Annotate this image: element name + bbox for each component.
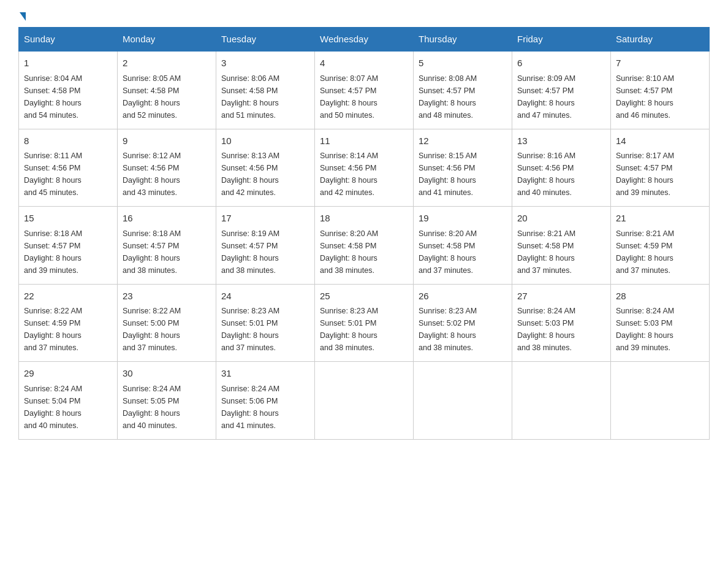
page-header	[18, 12, 710, 21]
day-number: 10	[221, 134, 309, 148]
day-info: Sunrise: 8:18 AMSunset: 4:57 PMDaylight:…	[24, 228, 112, 277]
weekday-header-row: SundayMondayTuesdayWednesdayThursdayFrid…	[19, 28, 710, 52]
day-number: 7	[616, 56, 704, 71]
weekday-header-saturday: Saturday	[611, 28, 710, 52]
calendar-day-26: 26 Sunrise: 8:23 AMSunset: 5:02 PMDaylig…	[414, 284, 512, 362]
calendar-day-7: 7 Sunrise: 8:10 AMSunset: 4:57 PMDayligh…	[611, 51, 710, 129]
calendar-day-23: 23 Sunrise: 8:22 AMSunset: 5:00 PMDaylig…	[118, 284, 216, 362]
day-info: Sunrise: 8:24 AMSunset: 5:04 PMDaylight:…	[24, 383, 112, 432]
day-number: 15	[24, 212, 112, 226]
day-info: Sunrise: 8:11 AMSunset: 4:56 PMDaylight:…	[24, 150, 112, 199]
weekday-header-tuesday: Tuesday	[216, 28, 315, 52]
day-info: Sunrise: 8:20 AMSunset: 4:58 PMDaylight:…	[320, 228, 408, 277]
calendar-day-19: 19 Sunrise: 8:20 AMSunset: 4:58 PMDaylig…	[414, 207, 512, 285]
calendar-day-6: 6 Sunrise: 8:09 AMSunset: 4:57 PMDayligh…	[512, 51, 611, 129]
day-info: Sunrise: 8:14 AMSunset: 4:56 PMDaylight:…	[320, 150, 408, 199]
day-info: Sunrise: 8:08 AMSunset: 4:57 PMDaylight:…	[419, 72, 507, 121]
day-number: 14	[616, 134, 704, 148]
calendar-day-21: 21 Sunrise: 8:21 AMSunset: 4:59 PMDaylig…	[611, 207, 710, 285]
calendar-day-2: 2 Sunrise: 8:05 AMSunset: 4:58 PMDayligh…	[118, 51, 216, 129]
logo-triangle-icon	[20, 12, 26, 21]
calendar-day-31: 31 Sunrise: 8:24 AMSunset: 5:06 PMDaylig…	[216, 362, 315, 440]
day-number: 30	[123, 367, 211, 381]
calendar-day-13: 13 Sunrise: 8:16 AMSunset: 4:56 PMDaylig…	[512, 129, 611, 207]
day-info: Sunrise: 8:17 AMSunset: 4:57 PMDaylight:…	[616, 150, 704, 199]
day-info: Sunrise: 8:22 AMSunset: 5:00 PMDaylight:…	[123, 305, 211, 354]
day-info: Sunrise: 8:23 AMSunset: 5:01 PMDaylight:…	[221, 305, 309, 354]
calendar-day-1: 1 Sunrise: 8:04 AMSunset: 4:58 PMDayligh…	[19, 51, 118, 129]
day-info: Sunrise: 8:04 AMSunset: 4:58 PMDaylight:…	[24, 72, 112, 121]
calendar-day-3: 3 Sunrise: 8:06 AMSunset: 4:58 PMDayligh…	[216, 51, 315, 129]
day-info: Sunrise: 8:23 AMSunset: 5:02 PMDaylight:…	[419, 305, 507, 354]
empty-cell	[414, 362, 512, 440]
day-number: 25	[320, 289, 408, 304]
day-info: Sunrise: 8:10 AMSunset: 4:57 PMDaylight:…	[616, 72, 704, 121]
calendar-day-29: 29 Sunrise: 8:24 AMSunset: 5:04 PMDaylig…	[19, 362, 118, 440]
day-number: 22	[24, 289, 112, 304]
day-info: Sunrise: 8:19 AMSunset: 4:57 PMDaylight:…	[221, 228, 309, 277]
calendar-day-12: 12 Sunrise: 8:15 AMSunset: 4:56 PMDaylig…	[414, 129, 512, 207]
day-number: 3	[221, 56, 309, 71]
day-info: Sunrise: 8:20 AMSunset: 4:58 PMDaylight:…	[419, 228, 507, 277]
day-number: 17	[221, 212, 309, 226]
calendar-day-16: 16 Sunrise: 8:18 AMSunset: 4:57 PMDaylig…	[118, 207, 216, 285]
day-number: 20	[517, 212, 605, 226]
calendar-week-row-2: 8 Sunrise: 8:11 AMSunset: 4:56 PMDayligh…	[19, 129, 710, 207]
day-info: Sunrise: 8:16 AMSunset: 4:56 PMDaylight:…	[517, 150, 605, 199]
day-info: Sunrise: 8:09 AMSunset: 4:57 PMDaylight:…	[517, 72, 605, 121]
day-info: Sunrise: 8:24 AMSunset: 5:03 PMDaylight:…	[517, 305, 605, 354]
calendar-day-27: 27 Sunrise: 8:24 AMSunset: 5:03 PMDaylig…	[512, 284, 611, 362]
day-number: 24	[221, 289, 309, 304]
day-number: 16	[123, 212, 211, 226]
calendar-day-8: 8 Sunrise: 8:11 AMSunset: 4:56 PMDayligh…	[19, 129, 118, 207]
calendar-day-18: 18 Sunrise: 8:20 AMSunset: 4:58 PMDaylig…	[315, 207, 414, 285]
day-info: Sunrise: 8:07 AMSunset: 4:57 PMDaylight:…	[320, 72, 408, 121]
calendar-table: SundayMondayTuesdayWednesdayThursdayFrid…	[18, 27, 710, 440]
weekday-header-wednesday: Wednesday	[315, 28, 414, 52]
day-number: 23	[123, 289, 211, 304]
calendar-day-14: 14 Sunrise: 8:17 AMSunset: 4:57 PMDaylig…	[611, 129, 710, 207]
day-number: 13	[517, 134, 605, 148]
calendar-day-28: 28 Sunrise: 8:24 AMSunset: 5:03 PMDaylig…	[611, 284, 710, 362]
calendar-week-row-1: 1 Sunrise: 8:04 AMSunset: 4:58 PMDayligh…	[19, 51, 710, 129]
logo	[18, 12, 26, 21]
calendar-day-5: 5 Sunrise: 8:08 AMSunset: 4:57 PMDayligh…	[414, 51, 512, 129]
day-number: 5	[419, 56, 507, 71]
day-number: 9	[123, 134, 211, 148]
day-number: 11	[320, 134, 408, 148]
day-number: 29	[24, 367, 112, 381]
calendar-week-row-3: 15 Sunrise: 8:18 AMSunset: 4:57 PMDaylig…	[19, 207, 710, 285]
day-info: Sunrise: 8:18 AMSunset: 4:57 PMDaylight:…	[123, 228, 211, 277]
day-info: Sunrise: 8:23 AMSunset: 5:01 PMDaylight:…	[320, 305, 408, 354]
day-number: 18	[320, 212, 408, 226]
weekday-header-monday: Monday	[118, 28, 216, 52]
day-number: 28	[616, 289, 704, 304]
day-number: 8	[24, 134, 112, 148]
day-number: 26	[419, 289, 507, 304]
day-number: 1	[24, 56, 112, 71]
day-info: Sunrise: 8:15 AMSunset: 4:56 PMDaylight:…	[419, 150, 507, 199]
day-number: 4	[320, 56, 408, 71]
weekday-header-friday: Friday	[512, 28, 611, 52]
day-number: 2	[123, 56, 211, 71]
calendar-day-10: 10 Sunrise: 8:13 AMSunset: 4:56 PMDaylig…	[216, 129, 315, 207]
day-info: Sunrise: 8:12 AMSunset: 4:56 PMDaylight:…	[123, 150, 211, 199]
calendar-week-row-4: 22 Sunrise: 8:22 AMSunset: 4:59 PMDaylig…	[19, 284, 710, 362]
day-info: Sunrise: 8:06 AMSunset: 4:58 PMDaylight:…	[221, 72, 309, 121]
day-info: Sunrise: 8:24 AMSunset: 5:03 PMDaylight:…	[616, 305, 704, 354]
day-info: Sunrise: 8:24 AMSunset: 5:05 PMDaylight:…	[123, 383, 211, 432]
calendar-day-9: 9 Sunrise: 8:12 AMSunset: 4:56 PMDayligh…	[118, 129, 216, 207]
day-number: 27	[517, 289, 605, 304]
day-number: 31	[221, 367, 309, 381]
calendar-day-20: 20 Sunrise: 8:21 AMSunset: 4:58 PMDaylig…	[512, 207, 611, 285]
day-number: 19	[419, 212, 507, 226]
calendar-day-15: 15 Sunrise: 8:18 AMSunset: 4:57 PMDaylig…	[19, 207, 118, 285]
calendar-day-30: 30 Sunrise: 8:24 AMSunset: 5:05 PMDaylig…	[118, 362, 216, 440]
day-info: Sunrise: 8:13 AMSunset: 4:56 PMDaylight:…	[221, 150, 309, 199]
calendar-day-11: 11 Sunrise: 8:14 AMSunset: 4:56 PMDaylig…	[315, 129, 414, 207]
calendar-day-24: 24 Sunrise: 8:23 AMSunset: 5:01 PMDaylig…	[216, 284, 315, 362]
weekday-header-thursday: Thursday	[414, 28, 512, 52]
calendar-week-row-5: 29 Sunrise: 8:24 AMSunset: 5:04 PMDaylig…	[19, 362, 710, 440]
day-info: Sunrise: 8:21 AMSunset: 4:58 PMDaylight:…	[517, 228, 605, 277]
empty-cell	[611, 362, 710, 440]
